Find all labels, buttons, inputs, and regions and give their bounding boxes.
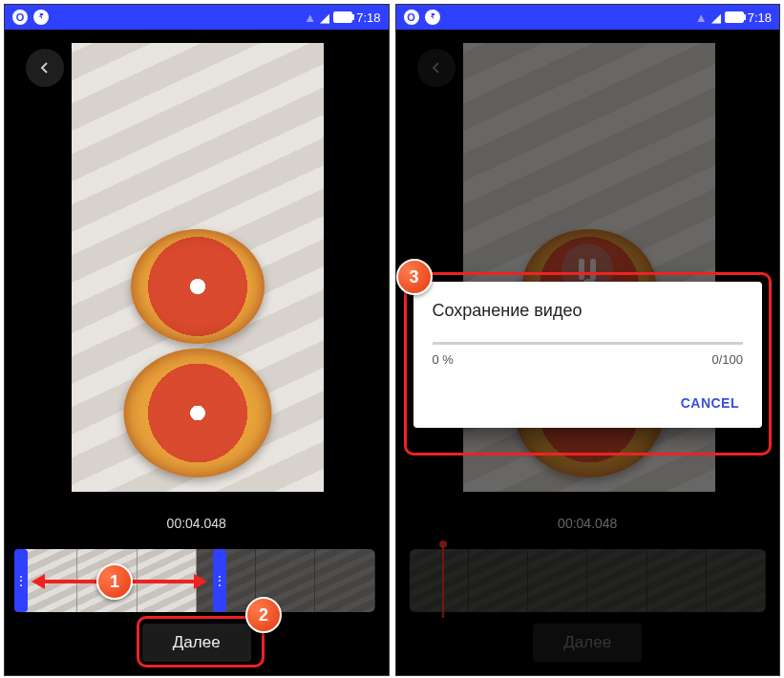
clock: 7:18 [356, 11, 380, 25]
step-badge-1: 1 [96, 563, 133, 600]
step-badge-2: 2 [245, 597, 282, 633]
phone-screen-saving: O ▲ ◢ 7:18 00:04.048 Далее Сохранение в [395, 4, 781, 676]
shazam-icon [425, 10, 440, 25]
battery-icon [333, 11, 352, 23]
video-preview[interactable] [72, 43, 324, 492]
status-bar: O ▲ ◢ 7:18 [5, 5, 389, 30]
wifi-icon: ▲ [304, 11, 316, 25]
save-dialog: Сохранение видео 0 % 0/100 CANCEL [413, 282, 763, 428]
signal-icon: ◢ [320, 11, 329, 25]
opera-icon: O [404, 10, 419, 25]
back-button[interactable] [26, 49, 64, 87]
trim-handle-start[interactable] [14, 549, 28, 612]
status-bar: O ▲ ◢ 7:18 [396, 5, 780, 30]
cancel-button[interactable]: CANCEL [433, 388, 744, 418]
shazam-icon [33, 10, 49, 25]
opera-icon: O [12, 10, 28, 25]
clock: 7:18 [748, 11, 772, 25]
progress-count: 0/100 [711, 352, 743, 367]
trim-handle-end[interactable] [213, 549, 226, 612]
step-badge-3: 3 [396, 259, 433, 295]
phone-screen-edit: O ▲ ◢ 7:18 00:04.048 1 Дале [4, 4, 390, 676]
progress-percent: 0 % [433, 352, 454, 367]
progress-bar [433, 342, 744, 345]
wifi-icon: ▲ [695, 11, 708, 25]
signal-icon: ◢ [711, 11, 721, 25]
dialog-title: Сохранение видео [433, 301, 744, 321]
next-button[interactable]: Далее [142, 624, 251, 662]
battery-icon [725, 11, 744, 23]
timestamp-label: 00:04.048 [5, 516, 389, 531]
